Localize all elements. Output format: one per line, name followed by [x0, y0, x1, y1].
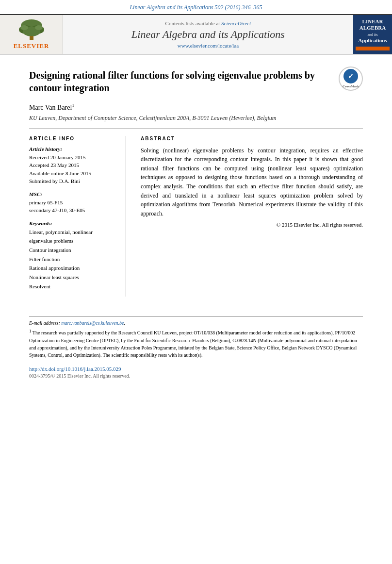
abstract-text: Solving (nonlinear) eigenvalue problems …: [141, 146, 363, 218]
journal-title: Linear Algebra and its Applications: [131, 28, 285, 41]
journal-citation: Linear Algebra and its Applications 502 …: [0, 0, 392, 14]
main-content: ✓ CrossMark Designing rational filter fu…: [0, 54, 392, 388]
article-history-block: Article history: Received 20 January 201…: [29, 146, 116, 185]
elsevier-logo: ELSEVIER: [0, 15, 63, 54]
doi-section: http://dx.doi.org/10.1016/j.laa.2015.05.…: [29, 366, 363, 379]
crossmark-icon: ✓: [343, 69, 358, 83]
svg-rect-4: [30, 36, 33, 40]
msc-block: MSC: primary 65-F15 secondary 47-J10, 30…: [29, 191, 116, 215]
article-info-label: ARTICLE INFO: [29, 136, 116, 141]
svg-point-6: [35, 25, 43, 30]
journal-title-area: Contents lists available at ScienceDirec…: [63, 15, 353, 54]
footnote-section: E-mail address: marc.vanbarels@cs.kuleuv…: [29, 316, 363, 358]
keyword-item: Rational approximation: [29, 264, 116, 273]
sciencedirect-line: Contents lists available at ScienceDirec…: [165, 20, 251, 26]
article-info-column: ARTICLE INFO Article history: Received 2…: [29, 136, 126, 297]
accepted-date: Accepted 23 May 2015: [29, 161, 116, 169]
msc-label: MSC:: [29, 191, 116, 197]
keyword-item: Nonlinear least squares: [29, 273, 116, 282]
section-divider: [29, 129, 363, 129]
two-column-layout: ARTICLE INFO Article history: Received 2…: [29, 136, 363, 297]
received-date: Received 20 January 2015: [29, 153, 116, 162]
keywords-list: Linear, polynomial, nonlinear eigenvalue…: [29, 228, 116, 291]
doi-link[interactable]: http://dx.doi.org/10.1016/j.laa.2015.05.…: [29, 366, 363, 372]
footnote-1: 1 The research was partially supported b…: [29, 328, 363, 358]
keywords-block: Keywords: Linear, polynomial, nonlinear …: [29, 220, 116, 291]
issn-text: 0024-3795/© 2015 Elsevier Inc. All right…: [29, 373, 363, 379]
submitted-by: Submitted by D.A. Bini: [29, 177, 116, 185]
sidebar-accent-bar: [356, 47, 390, 50]
author-name: Marc Van Barel1: [29, 103, 363, 112]
msc-secondary: secondary 47-J10, 30-E05: [29, 206, 116, 215]
email-link[interactable]: marc.vanbarels@cs.kuleuven.be: [61, 320, 124, 326]
elsevier-label: ELSEVIER: [14, 42, 49, 50]
available-date: Available online 8 June 2015: [29, 169, 116, 178]
msc-primary: primary 65-F15: [29, 199, 116, 207]
journal-url[interactable]: www.elsevier.com/locate/laa: [178, 43, 239, 49]
abstract-column: ABSTRACT Solving (nonlinear) eigenvalue …: [141, 136, 363, 297]
history-label: Article history:: [29, 146, 116, 152]
footnote-email: E-mail address: marc.vanbarels@cs.kuleuv…: [29, 320, 363, 326]
svg-point-5: [20, 25, 28, 30]
affiliation: KU Leuven, Department of Computer Scienc…: [29, 115, 363, 122]
keywords-label: Keywords:: [29, 220, 116, 226]
journal-cover-sidebar: LINEAR ALGEBRA and its Applications: [353, 15, 392, 54]
copyright-notice: © 2015 Elsevier Inc. All rights reserved…: [141, 222, 363, 228]
sciencedirect-link[interactable]: ScienceDirect: [221, 20, 251, 26]
keyword-item: Filter function: [29, 255, 116, 264]
tree-icon: [15, 19, 49, 41]
paper-title: Designing rational filter functions for …: [29, 69, 363, 94]
crossmark-badge[interactable]: ✓ CrossMark: [339, 66, 363, 91]
abstract-label: ABSTRACT: [141, 136, 363, 141]
keyword-item: Resolvent: [29, 282, 116, 291]
keyword-item: Contour integration: [29, 246, 116, 255]
keyword-item: Linear, polynomial, nonlinear eigenvalue…: [29, 228, 116, 246]
journal-header: ELSEVIER Contents lists available at Sci…: [0, 14, 392, 54]
